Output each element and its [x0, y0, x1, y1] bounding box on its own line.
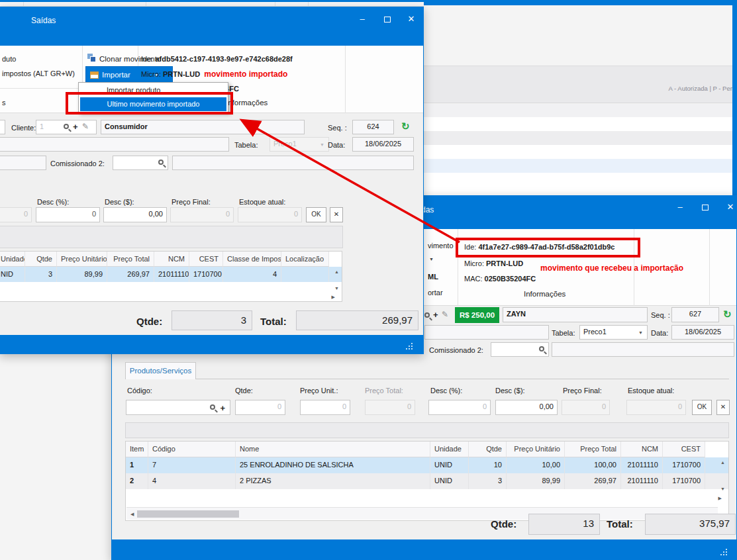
col-header: Preço Unitário: [507, 442, 565, 457]
entry-strip: [125, 422, 729, 438]
comissionado2-search-field[interactable]: [491, 342, 549, 357]
preco-final-label: Preço Final:: [172, 198, 211, 206]
seq-field: 624: [352, 120, 394, 134]
scroll-up-icon[interactable]: ▲: [334, 269, 339, 274]
tab-produtos-servicos[interactable]: Produtos/Serviços: [125, 362, 196, 379]
edit-icon[interactable]: ✎: [442, 310, 448, 319]
refresh-icon[interactable]: ↻: [723, 309, 732, 320]
cell-preco-total: 269,97: [107, 267, 154, 282]
desc-pct-field[interactable]: 0: [428, 400, 491, 415]
close-icon[interactable]: ✕: [401, 12, 422, 28]
scroll-down-icon[interactable]: ▼: [720, 487, 725, 491]
ide-value: 4f1a7e27-c989-47ad-b75f-d58a2f01db9c: [478, 243, 614, 251]
comissionado2-search-field[interactable]: [113, 156, 168, 170]
bottom-fragment[interactable]: s: [2, 99, 6, 107]
menu-item-ultimo-movimento[interactable]: Ultimo movimento importado: [80, 97, 226, 111]
seq-field: 627: [671, 307, 719, 322]
info-group-label: Informações: [226, 99, 268, 107]
scroll-up-icon[interactable]: ▲: [720, 460, 725, 465]
clear-button[interactable]: ✕: [330, 207, 343, 222]
import-icon: [90, 71, 99, 79]
scroll-left-icon[interactable]: ◀: [130, 512, 134, 516]
delete-product-fragment[interactable]: duto: [2, 55, 16, 63]
resize-grip[interactable]: [726, 549, 734, 557]
ok-button[interactable]: OK: [692, 400, 712, 415]
credit-badge: R$ 250,00: [455, 307, 499, 323]
xml-button-fragment[interactable]: ML: [428, 273, 438, 281]
search-icon[interactable]: [424, 312, 430, 318]
table-row[interactable]: 2 4 2 PIZZAS UNID 3 89,99 269,97 2101111…: [126, 473, 728, 489]
desc-pct-field[interactable]: 0: [36, 207, 100, 222]
cell-cest: 1710700: [663, 457, 705, 473]
maximize-icon[interactable]: [695, 200, 716, 216]
win1-titlebar[interactable]: Saídas – ✕: [0, 7, 423, 46]
close-icon[interactable]: ✕: [720, 200, 737, 216]
bg-row-stripe: [424, 131, 732, 145]
annotation-received-import: movimento que recebeu a importação: [540, 263, 683, 273]
tabela-label: Tabela:: [552, 329, 575, 337]
col-header: CEST: [189, 252, 223, 267]
desc-val-field[interactable]: 0,00: [495, 400, 558, 415]
qtde-total-label: Qtde:: [136, 316, 162, 327]
comissionado2-name-field: [172, 156, 414, 170]
edit-icon[interactable]: ✎: [82, 122, 89, 131]
tabela-value: Preco1: [583, 328, 607, 336]
add-icon[interactable]: +: [73, 122, 78, 131]
ok-button[interactable]: OK: [306, 207, 326, 222]
scroll-right-icon[interactable]: ▶: [332, 295, 335, 299]
col-header: Preço Total: [565, 442, 621, 457]
field-stub: [0, 120, 5, 134]
search-icon[interactable]: [210, 404, 215, 410]
table-header-row: Item Código Nome Unidade Qtde Preço Unit…: [126, 442, 728, 457]
import-dropdown-arrow-icon[interactable]: ▼: [429, 257, 434, 261]
mac-label: MAC:: [464, 275, 483, 283]
qtde-field[interactable]: 0: [235, 400, 285, 415]
search-icon[interactable]: [539, 346, 544, 351]
col-header: NCM: [154, 252, 189, 267]
bg-row-stripe: [424, 145, 732, 159]
scroll-down-icon[interactable]: ▼: [334, 286, 339, 291]
tabela-combo[interactable]: Preco1▼: [579, 325, 648, 340]
cell-ncm: 21011110: [154, 267, 189, 282]
clear-button[interactable]: ✕: [716, 400, 730, 415]
table-row[interactable]: 1 7 25 ENROLADINHO DE SALSICHA UNID 10 1…: [126, 457, 728, 473]
refresh-icon[interactable]: ↻: [401, 121, 410, 132]
micro-label: Micro:: [141, 70, 161, 78]
table-row[interactable]: NID 3 89,99 269,97 21011110 1710700 4: [0, 267, 342, 282]
win1-title: Saídas: [31, 16, 56, 25]
cliente-name-field[interactable]: Consumidor: [101, 120, 305, 134]
export-button-fragment[interactable]: ortar: [428, 289, 443, 297]
seq-label: Seq. :: [328, 124, 347, 132]
search-icon[interactable]: [158, 160, 164, 165]
client-extra-field[interactable]: [424, 325, 549, 340]
cell-preco-unitario: 89,99: [507, 473, 565, 489]
minimize-icon[interactable]: –: [352, 12, 373, 28]
minimize-icon[interactable]: –: [669, 200, 691, 216]
preco-unit-field[interactable]: 0: [300, 400, 350, 415]
impostos-fragment[interactable]: impostos (ALT GR+W): [2, 70, 75, 77]
hscroll-thumb[interactable]: [137, 510, 239, 518]
desc-val-label: Desc ($):: [495, 387, 525, 395]
cliente-label: Cliente:: [11, 124, 36, 132]
codigo-field[interactable]: +: [126, 400, 230, 415]
bg-col-separator: [275, 2, 275, 7]
col-header: Nome: [236, 442, 430, 457]
info-group-label: Informações: [524, 290, 565, 298]
desc-val-label: Desc ($):: [105, 198, 134, 206]
search-icon[interactable]: [64, 124, 69, 129]
col-header: Qtde: [25, 252, 57, 267]
chevron-down-icon[interactable]: ▼: [638, 330, 643, 335]
add-icon[interactable]: +: [433, 310, 438, 319]
add-icon[interactable]: +: [220, 404, 225, 412]
bg-grid-header-sliver: [0, 2, 424, 7]
items-table: Item Código Nome Unidade Qtde Preço Unit…: [125, 441, 729, 521]
maximize-icon[interactable]: [377, 12, 398, 28]
estoque-label: Estoque atual:: [239, 198, 285, 206]
menu-item-importar-produto[interactable]: Importar produto: [79, 83, 228, 97]
desc-val-field[interactable]: 0,00: [103, 207, 167, 222]
resize-grip[interactable]: [411, 343, 419, 351]
client-name-field[interactable]: ZAYN: [503, 307, 648, 322]
clone-button-fragment[interactable]: vimento: [428, 242, 454, 250]
import-dropdown-menu: Importar produto Ultimo movimento import…: [78, 82, 228, 113]
scroll-right-icon[interactable]: ▶: [718, 496, 722, 500]
